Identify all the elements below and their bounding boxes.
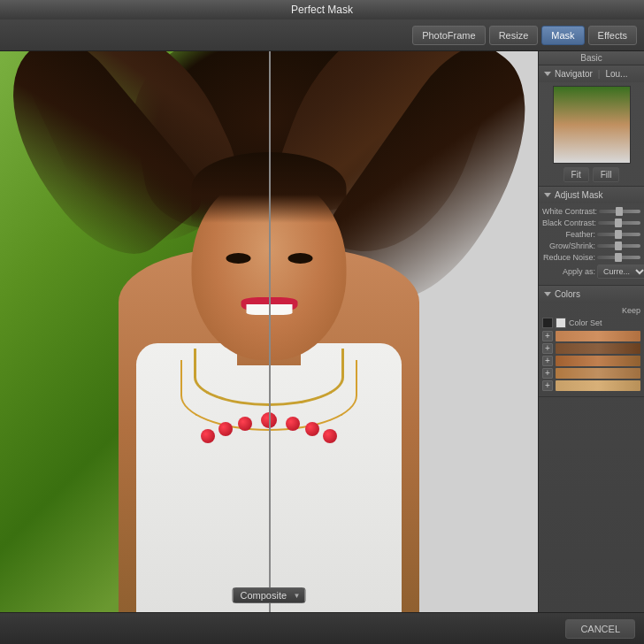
color-set-label: Color Set — [569, 318, 602, 327]
title-bar: Perfect Mask — [0, 0, 644, 19]
left-eye — [226, 253, 250, 264]
navigator-label: Navigator — [555, 69, 593, 79]
bottom-bar: CANCEL — [0, 612, 644, 644]
panel-section-basic: Basic — [539, 51, 644, 65]
plus-btn-1[interactable]: + — [542, 331, 553, 341]
bead-3 — [238, 417, 252, 431]
bead-7 — [323, 429, 337, 443]
bead-2 — [218, 422, 233, 436]
feather-row: Feather: — [542, 230, 640, 239]
color-swatch-4 — [556, 368, 640, 379]
color-swatch-2 — [556, 343, 640, 354]
color-swatch-1 — [556, 331, 640, 341]
app-container: Perfect Mask PhotoFrame Resize Mask Effe… — [0, 0, 644, 644]
navigator-triangle-icon — [544, 72, 551, 76]
color-swatch-5 — [556, 380, 640, 391]
navigator-header[interactable]: Navigator | Lou... — [539, 65, 644, 82]
colors-triangle-icon — [544, 292, 551, 296]
app-title: Perfect Mask — [291, 4, 353, 16]
keep-label: Keep — [622, 306, 640, 315]
effects-button[interactable]: Effects — [588, 26, 637, 45]
navigator-content: Fit Fill — [539, 82, 644, 186]
canvas-area: Composite ▼ — [0, 51, 538, 612]
black-contrast-label: Black Contrast: — [542, 218, 596, 227]
plus-btn-4[interactable]: + — [542, 368, 553, 379]
photoframe-button[interactable]: PhotoFrame — [412, 26, 486, 45]
plus-btn-3[interactable]: + — [542, 356, 553, 366]
resize-button[interactable]: Resize — [489, 26, 539, 45]
cs-swatch-white — [556, 318, 566, 328]
composite-select[interactable]: Composite — [233, 587, 306, 603]
composite-label-container: Composite ▼ — [233, 587, 306, 603]
color-row-4: + — [542, 368, 640, 379]
cancel-button[interactable]: CANCEL — [565, 619, 635, 639]
adjust-mask-label: Adjust Mask — [555, 190, 602, 200]
right-panel: Basic Navigator | Lou... Fit Fill — [538, 51, 644, 612]
apply-as-select[interactable]: Curre... — [597, 264, 644, 279]
reduce-noise-row: Reduce Noise: — [542, 253, 640, 262]
navigator-block: Navigator | Lou... Fit Fill — [539, 65, 644, 187]
right-eye — [288, 253, 312, 264]
adjust-mask-header[interactable]: Adjust Mask — [539, 187, 644, 203]
fit-button[interactable]: Fit — [564, 167, 589, 182]
colors-content: Keep Color Set + + — [539, 303, 644, 396]
photo-composite: Composite ▼ — [0, 51, 538, 612]
reduce-noise-slider[interactable] — [597, 256, 640, 259]
mask-button[interactable]: Mask — [541, 26, 584, 45]
colors-block: Colors Keep Color Set + — [539, 286, 644, 397]
color-row-1: + — [542, 331, 640, 341]
black-contrast-slider[interactable] — [598, 221, 640, 225]
navigator-thumbnail — [553, 86, 631, 164]
color-row-2: + — [542, 343, 640, 354]
adjust-mask-triangle-icon — [544, 193, 551, 197]
main-area: Composite ▼ Basic Navigator | Lou... — [0, 51, 644, 612]
fill-button[interactable]: Fill — [593, 167, 620, 182]
black-contrast-row: Black Contrast: — [542, 218, 640, 227]
grow-shrink-row: Grow/Shrink: — [542, 242, 640, 250]
navigator-buttons: Fit Fill — [542, 167, 640, 182]
plus-btn-2[interactable]: + — [542, 343, 553, 354]
nav-thumb-image — [554, 87, 630, 163]
color-row-3: + — [542, 356, 640, 366]
colors-header[interactable]: Colors — [539, 286, 644, 303]
apply-as-row: Apply as: Curre... — [542, 264, 640, 279]
toolbar: PhotoFrame Resize Mask Effects — [0, 19, 644, 51]
bead-1 — [201, 429, 215, 443]
mask-content: White Contrast: Black Contrast: Feather:… — [539, 203, 644, 285]
grow-shrink-slider[interactable] — [597, 244, 640, 248]
basic-label: Basic — [580, 53, 602, 63]
feather-slider[interactable] — [597, 233, 640, 236]
colors-label: Colors — [555, 289, 580, 299]
color-row-5: + — [542, 380, 640, 391]
apply-as-label: Apply as: — [542, 267, 595, 276]
loupes-label: Lou... — [605, 69, 627, 79]
split-divider — [269, 51, 271, 612]
feather-label: Feather: — [542, 230, 595, 239]
grow-shrink-label: Grow/Shrink: — [542, 242, 595, 250]
white-contrast-row: White Contrast: — [542, 207, 640, 216]
white-contrast-slider[interactable] — [599, 210, 640, 213]
bead-6 — [305, 422, 319, 436]
bead-5 — [286, 417, 300, 431]
cs-swatch-black — [542, 318, 553, 328]
color-swatch-3 — [556, 356, 640, 366]
white-contrast-label: White Contrast: — [542, 207, 597, 216]
reduce-noise-label: Reduce Noise: — [542, 253, 595, 262]
colors-header-row: Keep — [542, 306, 640, 315]
color-set-row: Color Set — [542, 318, 640, 328]
adjust-mask-block: Adjust Mask White Contrast: Black Contra… — [539, 187, 644, 286]
plus-btn-5[interactable]: + — [542, 380, 553, 391]
